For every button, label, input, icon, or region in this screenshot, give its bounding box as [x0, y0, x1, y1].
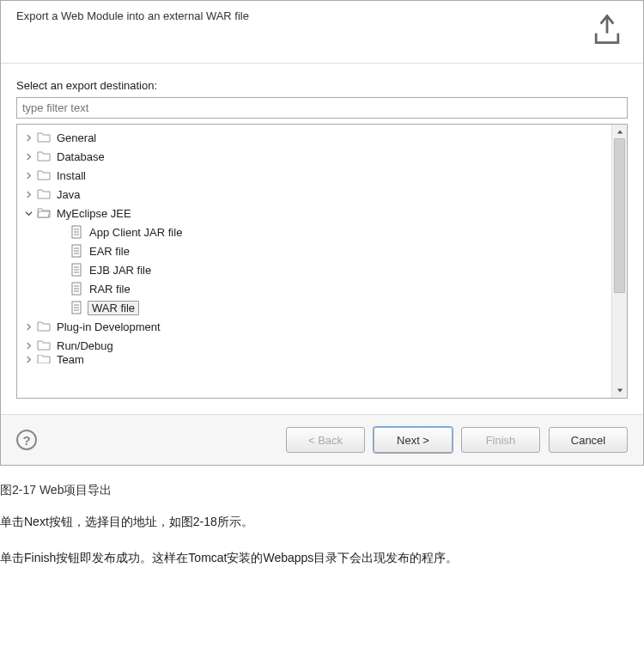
folder-icon	[36, 168, 52, 183]
tree-item-label: Run/Debug	[55, 339, 115, 353]
expand-icon[interactable]	[22, 355, 34, 363]
collapse-icon[interactable]	[22, 207, 34, 219]
paragraph-2: 单击Finish按钮即发布成功。这样在Tomcat安装的Webapps目录下会出…	[0, 540, 644, 576]
ear-icon	[69, 243, 84, 259]
tree-item[interactable]: Database	[19, 147, 610, 166]
tree-item-label: General	[55, 131, 98, 145]
tree-item-label: Install	[55, 168, 88, 183]
tree-item[interactable]: Java	[19, 185, 610, 204]
destination-label: Select an export destination:	[16, 79, 628, 92]
tree-item[interactable]: WAR file	[19, 298, 610, 317]
paragraph-1: 单击Next按钮，选择目的地址，如图2-18所示。	[0, 503, 644, 540]
tree-item-label: WAR file	[88, 301, 139, 315]
folder-icon	[36, 149, 52, 164]
tree-item[interactable]: EJB JAR file	[19, 260, 610, 279]
cancel-button[interactable]: Cancel	[549, 427, 628, 453]
expand-icon[interactable]	[22, 188, 34, 200]
tree-item[interactable]: Plug-in Development	[19, 317, 610, 336]
expand-icon[interactable]	[22, 339, 34, 351]
folder-icon	[36, 130, 52, 145]
tree-item[interactable]: App Client JAR file	[19, 223, 610, 241]
tree-item[interactable]: MyEclipse JEE	[19, 204, 610, 223]
tree-container: GeneralDatabaseInstallJavaMyEclipse JEEA…	[16, 124, 628, 399]
finish-button[interactable]: Finish	[461, 427, 540, 453]
dialog-header: Export a Web Module into an external WAR…	[1, 1, 643, 64]
rar-icon	[69, 281, 84, 296]
tree-item[interactable]: Install	[19, 166, 610, 185]
figure-caption: 图2-17 Web项目导出	[0, 466, 644, 503]
tree-item-label: RAR file	[88, 282, 132, 296]
expand-icon[interactable]	[22, 131, 34, 143]
export-dialog: Export a Web Module into an external WAR…	[0, 0, 644, 466]
tree-item[interactable]: EAR file	[19, 241, 610, 260]
tree-item-label: Plug-in Development	[55, 320, 162, 334]
export-icon	[586, 9, 628, 51]
tree-item-label: Team	[55, 355, 86, 363]
filter-input[interactable]	[16, 97, 628, 119]
tree-item[interactable]: Run/Debug	[19, 336, 610, 355]
tree-item-label: EJB JAR file	[88, 263, 153, 278]
dialog-subtitle: Export a Web Module into an external WAR…	[16, 9, 586, 22]
appclient-icon	[69, 224, 84, 240]
scroll-down-button[interactable]	[614, 384, 626, 396]
folder-icon	[36, 186, 52, 202]
expand-placeholder	[55, 245, 67, 257]
back-button[interactable]: < Back	[286, 427, 365, 453]
tree-item-label: Database	[55, 149, 106, 164]
ejb-icon	[69, 262, 84, 278]
folder-icon	[36, 338, 52, 353]
war-icon	[69, 300, 84, 315]
export-tree[interactable]: GeneralDatabaseInstallJavaMyEclipse JEEA…	[17, 125, 611, 398]
expand-placeholder	[55, 264, 67, 276]
tree-item-label: MyEclipse JEE	[55, 206, 133, 221]
expand-placeholder	[55, 283, 67, 295]
expand-placeholder	[55, 302, 67, 314]
expand-placeholder	[55, 226, 67, 238]
scrollbar[interactable]	[611, 125, 627, 398]
dialog-body: Select an export destination: GeneralDat…	[1, 64, 643, 414]
tree-item-label: Java	[55, 187, 82, 202]
tree-item[interactable]: General	[19, 128, 610, 147]
tree-item-label: App Client JAR file	[88, 225, 184, 240]
button-bar: ? < Back Next > Finish Cancel	[1, 414, 643, 465]
folder-icon	[36, 319, 52, 334]
expand-icon[interactable]	[22, 169, 34, 181]
help-button[interactable]: ?	[16, 430, 37, 450]
scrollbar-track[interactable]	[612, 138, 627, 384]
scrollbar-thumb[interactable]	[614, 138, 625, 293]
tree-item-label: EAR file	[88, 244, 131, 259]
next-button[interactable]: Next >	[374, 427, 453, 453]
folder-icon	[36, 355, 52, 363]
tree-item[interactable]: RAR file	[19, 279, 610, 298]
tree-item[interactable]: Team	[19, 355, 610, 363]
expand-icon[interactable]	[22, 320, 34, 332]
folder-open-icon	[36, 205, 52, 221]
scroll-up-button[interactable]	[614, 126, 626, 138]
expand-icon[interactable]	[22, 150, 34, 162]
